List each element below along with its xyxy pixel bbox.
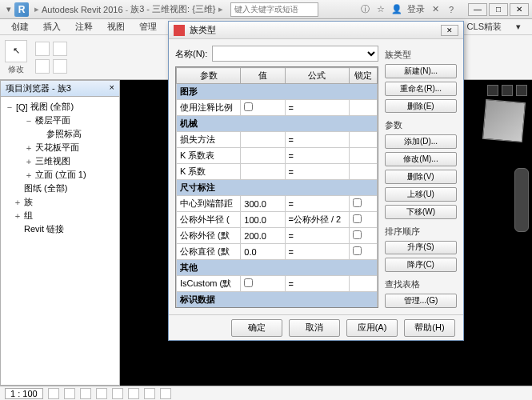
tree-node[interactable]: +三维视图 xyxy=(2,154,118,168)
exchange-icon[interactable]: ✕ xyxy=(430,4,441,15)
scale-selector[interactable]: 1 : 100 xyxy=(5,388,43,399)
status-icon[interactable] xyxy=(128,388,139,399)
status-icon[interactable] xyxy=(48,388,59,399)
table-row[interactable]: 类型图像= xyxy=(177,308,378,309)
menu-item[interactable]: 插入 xyxy=(37,19,67,34)
cancel-button[interactable]: 取消 xyxy=(289,319,340,337)
ribbon-tool-icon[interactable] xyxy=(53,42,67,56)
tree-node[interactable]: 图纸 (全部) xyxy=(2,182,118,195)
group-params: 参数 xyxy=(385,119,457,131)
delete-type-button[interactable]: 删除(E) xyxy=(385,99,457,114)
info-icon[interactable]: ⓘ xyxy=(359,4,370,15)
modify-tool-icon[interactable]: ↖ xyxy=(5,40,27,62)
user-icon[interactable]: 👤 xyxy=(391,4,402,15)
login-label[interactable]: 登录 xyxy=(407,3,425,15)
statusbar: 1 : 100 xyxy=(0,386,532,400)
tree-node[interactable]: −楼层平面 xyxy=(2,114,118,127)
menu-item[interactable]: CLS精装 xyxy=(461,19,508,34)
app-menu-icon[interactable]: ▾ xyxy=(3,4,14,15)
menu-item[interactable]: 管理 xyxy=(133,19,163,34)
table-row[interactable]: 其他 xyxy=(177,260,378,276)
viewport-max-icon[interactable] xyxy=(502,85,513,96)
tree-node[interactable]: +族 xyxy=(2,195,118,209)
modify-param-button[interactable]: 修改(M)... xyxy=(385,152,457,166)
minimize-button[interactable]: — xyxy=(468,3,487,16)
status-icon[interactable] xyxy=(64,388,75,399)
table-row[interactable]: 使用注释比例= xyxy=(177,100,378,116)
table-row[interactable]: 公称直径 (默0.0= xyxy=(177,244,378,260)
rename-type-button[interactable]: 重命名(R)... xyxy=(385,82,457,96)
col-value[interactable]: 值 xyxy=(241,68,285,84)
help-button[interactable]: 帮助(H) xyxy=(404,319,455,337)
table-row[interactable]: K 系数表= xyxy=(177,148,378,164)
family-types-dialog: 族类型 ✕ 名称(N): 参数 值 公式 锁定 图形使用注释比例=机械损失方法=… xyxy=(168,21,464,341)
parameters-table[interactable]: 参数 值 公式 锁定 图形使用注释比例=机械损失方法=K 系数表=K 系数=尺寸… xyxy=(176,67,378,308)
ribbon-tool-icon[interactable] xyxy=(53,59,67,74)
status-icon[interactable] xyxy=(112,388,123,399)
move-up-button[interactable]: 上移(U) xyxy=(385,187,457,202)
lock-checkbox[interactable] xyxy=(353,230,362,239)
move-down-button[interactable]: 下移(W) xyxy=(385,205,457,219)
browser-close-icon[interactable]: × xyxy=(110,82,114,94)
apply-button[interactable]: 应用(A) xyxy=(346,319,398,337)
value-checkbox[interactable] xyxy=(244,278,253,287)
delete-param-button[interactable]: 删除(V) xyxy=(385,170,457,184)
table-row[interactable]: 标识数据 xyxy=(177,292,378,308)
viewcube-icon[interactable] xyxy=(482,99,526,142)
lock-checkbox[interactable] xyxy=(353,198,362,207)
status-icon[interactable] xyxy=(96,388,107,399)
tree-node[interactable]: 参照标高 xyxy=(2,127,118,141)
group-family-type: 族类型 xyxy=(385,49,457,61)
new-type-button[interactable]: 新建(N)... xyxy=(385,64,457,78)
table-row[interactable]: K 系数= xyxy=(177,164,378,180)
navigation-wheel-icon[interactable] xyxy=(514,168,529,232)
status-icon[interactable] xyxy=(80,388,91,399)
star-icon[interactable]: ☆ xyxy=(375,4,386,15)
maximize-button[interactable]: □ xyxy=(489,3,508,16)
tree-node[interactable]: Revit 链接 xyxy=(2,222,118,236)
help-icon[interactable]: ? xyxy=(446,4,457,15)
dialog-title: 族类型 xyxy=(190,24,216,36)
manage-lookup-button[interactable]: 管理...(G) xyxy=(385,294,457,308)
table-row[interactable]: 中心到端部距300.0= xyxy=(177,196,378,212)
add-param-button[interactable]: 添加(D)... xyxy=(385,134,457,149)
app-title: Autodesk Revit 2016 xyxy=(42,5,123,14)
type-name-select[interactable] xyxy=(212,46,378,62)
ribbon-tool-icon[interactable] xyxy=(35,59,50,74)
table-row[interactable]: 公称外径 (默200.0= xyxy=(177,228,378,244)
col-formula[interactable]: 公式 xyxy=(285,68,349,84)
table-row[interactable]: 图形 xyxy=(177,84,378,100)
sort-desc-button[interactable]: 降序(C) xyxy=(385,258,457,272)
menu-item[interactable]: 视图 xyxy=(101,19,131,34)
name-label: 名称(N): xyxy=(175,48,207,60)
sort-asc-button[interactable]: 升序(S) xyxy=(385,241,457,255)
tree-node[interactable]: +天花板平面 xyxy=(2,141,118,154)
menu-item[interactable]: 注释 xyxy=(69,19,99,34)
close-button[interactable]: ✕ xyxy=(510,3,529,16)
panel-toggle-icon[interactable]: ▾ xyxy=(510,20,527,34)
tree-node[interactable]: +组 xyxy=(2,209,118,222)
lock-checkbox[interactable] xyxy=(353,214,362,223)
tree-node[interactable]: +立面 (立面 1) xyxy=(2,168,118,182)
table-row[interactable]: IsCustom (默= xyxy=(177,276,378,292)
value-checkbox[interactable] xyxy=(244,102,253,111)
col-param[interactable]: 参数 xyxy=(177,68,241,84)
lock-checkbox[interactable] xyxy=(353,246,362,255)
viewport-min-icon[interactable] xyxy=(487,85,498,96)
status-icon[interactable] xyxy=(160,388,171,399)
ribbon-tool-icon[interactable] xyxy=(35,42,50,56)
viewport-close-icon[interactable] xyxy=(516,85,527,96)
col-lock[interactable]: 锁定 xyxy=(349,68,377,84)
status-icon[interactable] xyxy=(144,388,155,399)
table-row[interactable]: 机械 xyxy=(177,116,378,132)
dialog-close-button[interactable]: ✕ xyxy=(441,25,458,36)
menu-item[interactable]: 创建 xyxy=(5,19,35,34)
ok-button[interactable]: 确定 xyxy=(231,319,282,337)
table-row[interactable]: 损失方法= xyxy=(177,132,378,148)
search-input[interactable] xyxy=(230,2,318,17)
table-row[interactable]: 尺寸标注 xyxy=(177,180,378,196)
browser-tree[interactable]: −[Q] 视图 (全部)−楼层平面参照标高+天花板平面+三维视图+立面 (立面 … xyxy=(1,97,119,385)
dialog-icon xyxy=(174,25,185,36)
table-row[interactable]: 公称外半径 (100.0=公称外径 / 2 xyxy=(177,212,378,228)
project-browser: 项目浏览器 - 族3 × −[Q] 视图 (全部)−楼层平面参照标高+天花板平面… xyxy=(0,80,120,386)
